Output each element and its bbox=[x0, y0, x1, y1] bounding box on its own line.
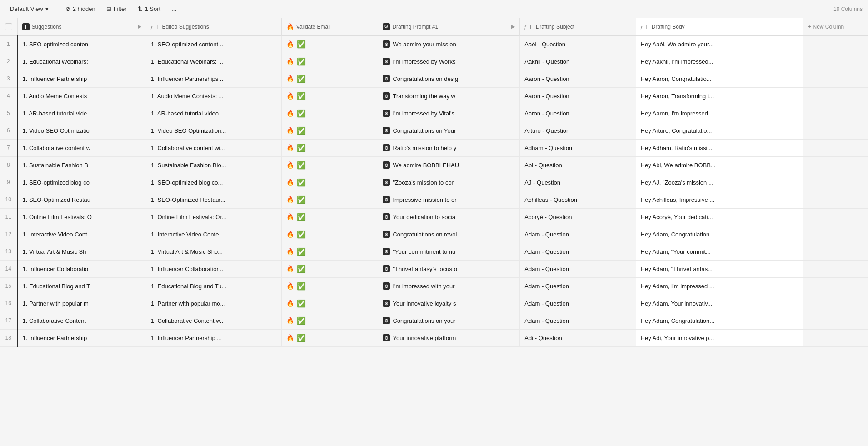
cell-drafting-subject[interactable]: Adam - Question bbox=[520, 260, 636, 277]
cell-drafting-subject[interactable]: Adham - Question bbox=[520, 139, 636, 156]
cell-drafting-prompt[interactable]: ⚙Impressive mission to er bbox=[378, 191, 520, 208]
cell-suggestions[interactable]: 1. SEO-optimized blog co bbox=[17, 174, 146, 191]
table-row[interactable]: 141. Influencer Collaboratio1. Influence… bbox=[0, 260, 868, 277]
cell-edited-suggestions[interactable]: 1. Partner with popular mo... bbox=[146, 295, 282, 312]
col-header-drafting-subject[interactable]: 𝑓 T Drafting Subject bbox=[520, 18, 636, 35]
table-row[interactable]: 51. AR-based tutorial vide1. AR-based tu… bbox=[0, 105, 868, 122]
cell-drafting-subject[interactable]: Aaél - Question bbox=[520, 35, 636, 53]
cell-validate-email[interactable]: 🔥✅ bbox=[281, 105, 378, 122]
cell-suggestions[interactable]: 1. AR-based tutorial vide bbox=[17, 105, 146, 122]
table-row[interactable]: 171. Collaborative Content1. Collaborati… bbox=[0, 312, 868, 329]
table-row[interactable]: 181. Influencer Partnership1. Influencer… bbox=[0, 329, 868, 346]
cell-validate-email[interactable]: 🔥✅ bbox=[281, 35, 378, 53]
col-header-suggestions[interactable]: | Suggestions ▶ bbox=[17, 18, 146, 35]
cell-validate-email[interactable]: 🔥✅ bbox=[281, 208, 378, 226]
cell-validate-email[interactable]: 🔥✅ bbox=[281, 122, 378, 139]
cell-edited-suggestions[interactable]: 1. Collaborative Content w... bbox=[146, 312, 282, 329]
cell-suggestions[interactable]: 1. Video SEO Optimizatio bbox=[17, 122, 146, 139]
cell-edited-suggestions[interactable]: 1. Video SEO Optimization... bbox=[146, 122, 282, 139]
cell-validate-email[interactable]: 🔥✅ bbox=[281, 295, 378, 312]
table-row[interactable]: 151. Educational Blog and T1. Educationa… bbox=[0, 277, 868, 295]
table-row[interactable]: 31. Influencer Partnership1. Influencer … bbox=[0, 70, 868, 87]
view-selector[interactable]: Default View ▾ bbox=[5, 4, 53, 14]
cell-edited-suggestions[interactable]: 1. Collaborative content wi... bbox=[146, 139, 282, 156]
cell-drafting-prompt[interactable]: ⚙Your innovative loyalty s bbox=[378, 295, 520, 312]
cell-drafting-subject[interactable]: Abi - Question bbox=[520, 156, 636, 174]
cell-drafting-body[interactable]: Hey Adham, Ratio's missi... bbox=[636, 139, 803, 156]
cell-drafting-subject[interactable]: Arturo - Question bbox=[520, 122, 636, 139]
cell-edited-suggestions[interactable]: 1. Educational Webinars: ... bbox=[146, 53, 282, 70]
cell-suggestions[interactable]: 1. Influencer Partnership bbox=[17, 329, 146, 346]
play-icon-prompt[interactable]: ▶ bbox=[511, 24, 515, 30]
cell-drafting-body[interactable]: Hey Aaron, Transforming t... bbox=[636, 87, 803, 105]
select-all-checkbox[interactable] bbox=[5, 23, 12, 30]
cell-edited-suggestions[interactable]: 1. Online Film Festivals: Or... bbox=[146, 208, 282, 226]
table-row[interactable]: 11. SEO-optimized conten1. SEO-optimized… bbox=[0, 35, 868, 53]
cell-drafting-body[interactable]: Hey Adam, "ThriveFantas... bbox=[636, 260, 803, 277]
filter-button[interactable]: ⊟ Filter bbox=[102, 4, 131, 14]
cell-edited-suggestions[interactable]: 1. Audio Meme Contests: ... bbox=[146, 87, 282, 105]
cell-drafting-body[interactable]: Hey Achilleas, Impressive ... bbox=[636, 191, 803, 208]
cell-drafting-prompt[interactable]: ⚙"Your commitment to nu bbox=[378, 243, 520, 260]
cell-drafting-subject[interactable]: Adam - Question bbox=[520, 295, 636, 312]
cell-validate-email[interactable]: 🔥✅ bbox=[281, 260, 378, 277]
cell-drafting-subject[interactable]: Aakhil - Question bbox=[520, 53, 636, 70]
cell-suggestions[interactable]: 1. Collaborative content w bbox=[17, 139, 146, 156]
cell-drafting-subject[interactable]: Adam - Question bbox=[520, 312, 636, 329]
cell-drafting-subject[interactable]: Aaron - Question bbox=[520, 87, 636, 105]
cell-edited-suggestions[interactable]: 1. Interactive Video Conte... bbox=[146, 226, 282, 243]
cell-validate-email[interactable]: 🔥✅ bbox=[281, 53, 378, 70]
cell-drafting-body[interactable]: Hey Adam, "Your commit... bbox=[636, 243, 803, 260]
cell-suggestions[interactable]: 1. Sustainable Fashion B bbox=[17, 156, 146, 174]
cell-drafting-prompt[interactable]: ⚙Congratulations on revol bbox=[378, 226, 520, 243]
cell-drafting-subject[interactable]: Adam - Question bbox=[520, 226, 636, 243]
cell-drafting-subject[interactable]: Aaron - Question bbox=[520, 105, 636, 122]
cell-drafting-body[interactable]: Hey Aakhil, I'm impressed... bbox=[636, 53, 803, 70]
col-header-drafting-prompt[interactable]: ⚙ Drafting Prompt #1 ▶ bbox=[378, 18, 520, 35]
cell-suggestions[interactable]: 1. Interactive Video Cont bbox=[17, 226, 146, 243]
cell-suggestions[interactable]: 1. SEO-Optimized Restau bbox=[17, 191, 146, 208]
cell-drafting-subject[interactable]: Achilleas - Question bbox=[520, 191, 636, 208]
cell-edited-suggestions[interactable]: 1. Influencer Partnerships:... bbox=[146, 70, 282, 87]
cell-drafting-body[interactable]: Hey AJ, "Zooza's mission ... bbox=[636, 174, 803, 191]
cell-drafting-subject[interactable]: Acoryé - Question bbox=[520, 208, 636, 226]
cell-drafting-prompt[interactable]: ⚙Congratulations on desig bbox=[378, 70, 520, 87]
cell-validate-email[interactable]: 🔥✅ bbox=[281, 191, 378, 208]
cell-validate-email[interactable]: 🔥✅ bbox=[281, 329, 378, 346]
cell-drafting-prompt[interactable]: ⚙Congratulations on your bbox=[378, 312, 520, 329]
cell-validate-email[interactable]: 🔥✅ bbox=[281, 277, 378, 295]
cell-validate-email[interactable]: 🔥✅ bbox=[281, 70, 378, 87]
col-header-edited-suggestions[interactable]: 𝑓 T Edited Suggestions bbox=[146, 18, 282, 35]
cell-drafting-prompt[interactable]: ⚙We admire BOBBLEHAU bbox=[378, 156, 520, 174]
cell-drafting-subject[interactable]: Aaron - Question bbox=[520, 70, 636, 87]
table-row[interactable]: 71. Collaborative content w1. Collaborat… bbox=[0, 139, 868, 156]
cell-suggestions[interactable]: 1. Influencer Partnership bbox=[17, 70, 146, 87]
cell-drafting-subject[interactable]: Adi - Question bbox=[520, 329, 636, 346]
cell-suggestions[interactable]: 1. Educational Blog and T bbox=[17, 277, 146, 295]
cell-suggestions[interactable]: 1. Virtual Art & Music Sh bbox=[17, 243, 146, 260]
cell-validate-email[interactable]: 🔥✅ bbox=[281, 156, 378, 174]
cell-drafting-prompt[interactable]: ⚙Transforming the way w bbox=[378, 87, 520, 105]
cell-validate-email[interactable]: 🔥✅ bbox=[281, 174, 378, 191]
cell-drafting-prompt[interactable]: ⚙I'm impressed by Vital's bbox=[378, 105, 520, 122]
col-header-drafting-body[interactable]: 𝑓 T Drafting Body bbox=[636, 18, 803, 35]
cell-drafting-body[interactable]: Hey Acoryé, Your dedicati... bbox=[636, 208, 803, 226]
cell-validate-email[interactable]: 🔥✅ bbox=[281, 243, 378, 260]
cell-drafting-body[interactable]: Hey Adi, Your innovative p... bbox=[636, 329, 803, 346]
table-row[interactable]: 21. Educational Webinars:1. Educational … bbox=[0, 53, 868, 70]
cell-suggestions[interactable]: 1. Partner with popular m bbox=[17, 295, 146, 312]
cell-drafting-prompt[interactable]: ⚙Ratio's mission to help y bbox=[378, 139, 520, 156]
cell-suggestions[interactable]: 1. Educational Webinars: bbox=[17, 53, 146, 70]
cell-drafting-subject[interactable]: Adam - Question bbox=[520, 243, 636, 260]
col-header-new-column[interactable]: + New Column bbox=[803, 18, 868, 35]
cell-drafting-prompt[interactable]: ⚙I'm impressed by Works bbox=[378, 53, 520, 70]
table-row[interactable]: 161. Partner with popular m1. Partner wi… bbox=[0, 295, 868, 312]
table-row[interactable]: 81. Sustainable Fashion B1. Sustainable … bbox=[0, 156, 868, 174]
cell-drafting-body[interactable]: Hey Abi, We admire BOBB... bbox=[636, 156, 803, 174]
cell-drafting-body[interactable]: Hey Adam, Congratulation... bbox=[636, 226, 803, 243]
cell-validate-email[interactable]: 🔥✅ bbox=[281, 139, 378, 156]
more-options-button[interactable]: ... bbox=[167, 4, 181, 14]
sort-button[interactable]: ⇅ 1 Sort bbox=[133, 4, 165, 14]
cell-drafting-prompt[interactable]: ⚙We admire your mission bbox=[378, 35, 520, 53]
cell-validate-email[interactable]: 🔥✅ bbox=[281, 312, 378, 329]
